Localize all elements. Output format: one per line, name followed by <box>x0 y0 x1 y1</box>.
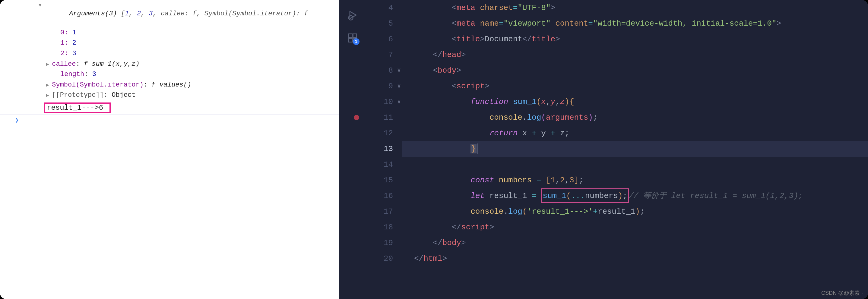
line-number[interactable]: 4 <box>366 0 393 16</box>
fold-icon[interactable]: ∨ <box>397 63 401 78</box>
line-number[interactable]: 8∨ <box>366 63 393 78</box>
editor-main: 4 5 6 7 8∨ 9∨ 10∨ 11 12 13 14 15 16 17 1… <box>366 0 868 299</box>
code-line: <meta charset="UTF-8"> <box>414 0 868 16</box>
code-editor: 1 4 5 6 7 8∨ 9∨ 10∨ 11 12 13 14 15 16 17… <box>339 0 868 299</box>
activity-bar: 1 <box>339 0 366 299</box>
breakpoint-icon[interactable] <box>354 115 359 120</box>
code-line: </body> <box>414 235 868 251</box>
debug-icon[interactable] <box>346 9 359 21</box>
line-number[interactable]: 15 <box>366 172 393 188</box>
code-line: <meta name="viewport" content="width=dev… <box>414 16 868 31</box>
svg-rect-2 <box>349 34 352 38</box>
spread-highlight: sum_1(...numbers); <box>541 188 629 203</box>
console-length[interactable]: length: 3 <box>0 69 339 80</box>
code-line: function sum_1(x,y,z){ <box>414 94 868 110</box>
extensions-badge: 1 <box>353 38 360 45</box>
console-entry[interactable]: 1: 2 <box>0 38 339 48</box>
code-line: </html> <box>414 251 868 266</box>
watermark: CSDN @@素素~ <box>821 289 863 297</box>
fold-icon[interactable]: ∨ <box>397 94 401 110</box>
code-line: <title>Document</title> <box>414 31 868 47</box>
console-callee[interactable]: callee: f sum_1(x,y,z) <box>0 59 339 70</box>
line-gutter: 4 5 6 7 8∨ 9∨ 10∨ 11 12 13 14 15 16 17 1… <box>366 0 402 299</box>
line-number[interactable]: 16 <box>366 188 393 204</box>
line-number[interactable]: 9∨ <box>366 78 393 94</box>
code-line: } <box>402 141 868 157</box>
cursor <box>477 143 477 154</box>
code-line <box>414 157 868 172</box>
line-number[interactable]: 19 <box>366 235 393 251</box>
app-container: Arguments(3) [1, 2, 3, callee: f, Symbol… <box>0 0 868 299</box>
console-object-header[interactable]: Arguments(3) [1, 2, 3, callee: f, Symbol… <box>0 0 339 28</box>
code-line: <script> <box>414 78 868 94</box>
console-log-result[interactable]: result_1--->6 <box>0 101 339 115</box>
console-prompt[interactable]: ❯ <box>0 115 339 125</box>
code-line: let result_1 = sum_1(...numbers);// 等价于 … <box>414 188 868 204</box>
line-number[interactable]: 7 <box>366 47 393 63</box>
console-proto[interactable]: [[Prototype]]: Object <box>0 90 339 101</box>
extensions-icon[interactable]: 1 <box>346 32 359 44</box>
code-line: const numbers = [1,2,3]; <box>414 172 868 188</box>
result-highlight: result_1--->6 <box>44 102 111 113</box>
code-line: console.log(arguments); <box>414 110 868 125</box>
code-line: <body> <box>414 63 868 78</box>
line-number[interactable]: 17 <box>366 204 393 220</box>
console-entry[interactable]: 0: 1 <box>0 28 339 38</box>
code-line: </script> <box>414 220 868 235</box>
code-content[interactable]: <meta charset="UTF-8"> <meta name="viewp… <box>402 0 868 299</box>
line-number[interactable]: 12 <box>366 125 393 141</box>
console-symbol[interactable]: Symbol(Symbol.iterator): f values() <box>0 80 339 91</box>
svg-rect-3 <box>353 34 357 38</box>
line-number[interactable]: 20 <box>366 251 393 266</box>
line-number[interactable]: 11 <box>366 110 393 125</box>
line-number[interactable]: 10∨ <box>366 94 393 110</box>
svg-rect-4 <box>349 39 352 42</box>
line-number[interactable]: 14 <box>366 157 393 172</box>
line-number[interactable]: 5 <box>366 16 393 31</box>
code-line: </head> <box>414 47 868 63</box>
fold-icon[interactable]: ∨ <box>397 78 401 94</box>
devtools-console: Arguments(3) [1, 2, 3, callee: f, Symbol… <box>0 0 339 299</box>
code-line: console.log('result_1--->'+result_1); <box>414 204 868 220</box>
line-number[interactable]: 6 <box>366 31 393 47</box>
code-line: return x + y + z; <box>414 125 868 141</box>
line-number[interactable]: 18 <box>366 220 393 235</box>
line-number[interactable]: 13 <box>366 141 393 157</box>
console-entry[interactable]: 2: 3 <box>0 48 339 59</box>
